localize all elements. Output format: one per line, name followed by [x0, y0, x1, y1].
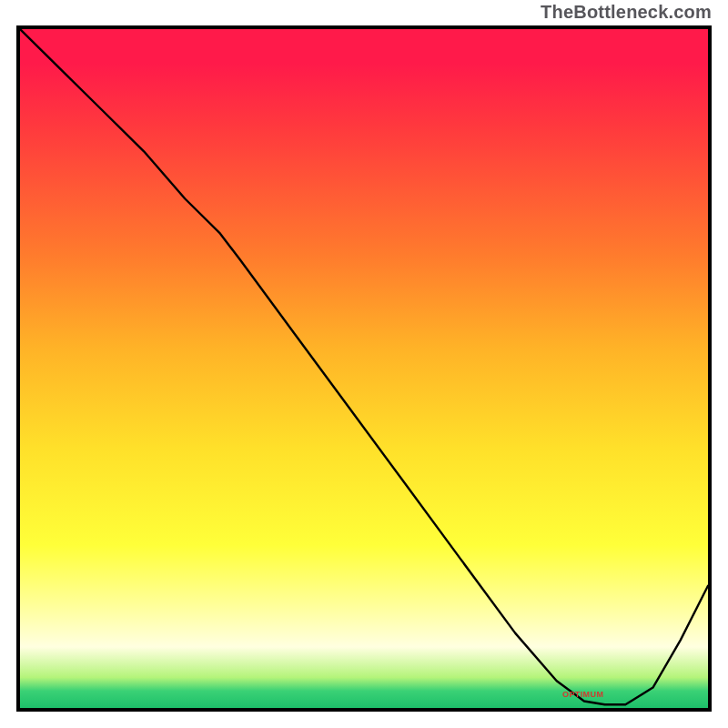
chart-container: TheBottleneck.com OPTIMUM [0, 0, 728, 728]
minimum-marker-label: OPTIMUM [562, 690, 603, 699]
plot-area: OPTIMUM [16, 25, 712, 712]
attribution-text: TheBottleneck.com [541, 2, 712, 23]
line-series [20, 29, 708, 708]
